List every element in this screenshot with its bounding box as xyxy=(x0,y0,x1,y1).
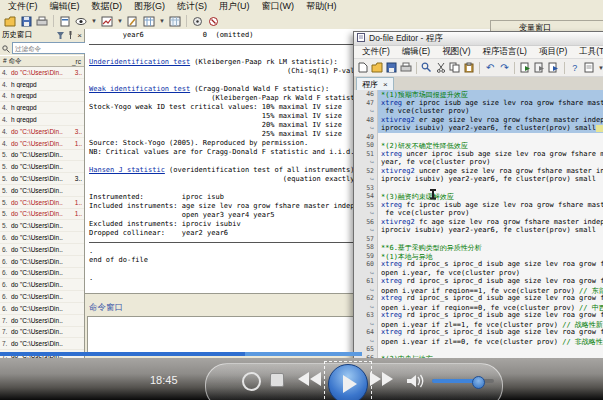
code-line: 55xtreg fc iproc isub age size lev roa g… xyxy=(354,201,603,210)
cut-icon[interactable] xyxy=(435,61,447,74)
history-row[interactable]: 5.do "C:\Users\Din..1.. xyxy=(0,197,84,209)
run-do-icon[interactable] xyxy=(519,61,531,74)
volume-slider[interactable] xyxy=(432,379,494,383)
history-row[interactable]: 6.do "C:\Users\Din.. xyxy=(0,244,84,256)
toolbar-separator xyxy=(479,62,480,74)
code-line: ↪iprociv isubiv) year2-year6, fe cluster… xyxy=(354,175,603,184)
print-icon[interactable] xyxy=(35,15,49,28)
history-row[interactable]: 6.do "C:\Users\Din.. xyxy=(0,291,84,303)
pin-icon[interactable] xyxy=(67,31,74,39)
video-seekbar[interactable] xyxy=(0,352,603,356)
history-column-headers[interactable]: # 命令 _rc xyxy=(0,55,84,67)
log-icon[interactable] xyxy=(58,15,72,28)
loop-button[interactable] xyxy=(242,372,261,391)
history-row[interactable]: 5.do "C:\Users\Din.. xyxy=(0,161,84,173)
history-row[interactable]: 7.do "C:\Users\Din.. xyxy=(0,315,84,327)
stop-button[interactable] xyxy=(270,373,284,387)
stata-menu-4[interactable]: 统计(S) xyxy=(171,0,213,14)
close-icon[interactable]: × xyxy=(77,31,82,40)
volume-button[interactable] xyxy=(406,373,426,389)
stata-menu-2[interactable]: 数据(D) xyxy=(86,0,129,14)
history-row[interactable]: 6.do "C:\Users\Din.. xyxy=(0,268,84,280)
find-icon[interactable] xyxy=(421,61,433,74)
history-row[interactable]: 5.do "C:\Users\Din.. xyxy=(0,150,84,162)
history-col-rc[interactable]: _rc xyxy=(72,58,81,65)
history-row[interactable]: 5.do "C:\Users\Din.. xyxy=(0,185,84,197)
history-row[interactable]: 6.do "C:\Users\Din.. xyxy=(0,279,84,291)
history-row[interactable]: 4.h qregpd xyxy=(0,91,84,103)
dofile-titlebar[interactable]: Do-file Editor - 程序 xyxy=(354,32,603,46)
rewind-icon xyxy=(298,372,309,386)
open-folder-icon[interactable] xyxy=(3,15,17,28)
volume-thumb[interactable] xyxy=(472,376,485,389)
new-doc-icon[interactable] xyxy=(357,61,369,74)
dofile-menu-2[interactable]: 视图(V) xyxy=(436,45,476,59)
toolbar-separator xyxy=(564,62,565,74)
paste-icon[interactable] xyxy=(463,61,475,74)
run-quietly-icon[interactable] xyxy=(534,61,546,74)
dofile-menu-3[interactable]: 程序语言(L) xyxy=(477,45,533,59)
run-include-icon[interactable] xyxy=(548,61,560,74)
history-row[interactable]: 5.do "C:\Users\Din..3.. xyxy=(0,173,84,185)
tab-close-icon[interactable]: × xyxy=(383,80,388,89)
save-icon[interactable] xyxy=(385,61,397,74)
history-row[interactable]: 5.do "C:\Users\Din..1.. xyxy=(0,209,84,221)
code-line: 48xtivreg2 er age size lev roa grow fsha… xyxy=(354,116,603,125)
output-link[interactable]: Hansen J statistic xyxy=(89,166,165,174)
break-icon[interactable] xyxy=(207,15,221,28)
more-icon[interactable] xyxy=(191,15,205,28)
output-link[interactable]: Weak identification test xyxy=(89,85,190,93)
dofile-menu-0[interactable]: 文件(F) xyxy=(356,45,396,59)
data-browser-icon[interactable] xyxy=(168,15,182,28)
stata-menu-7[interactable]: 帮助(H) xyxy=(300,0,343,14)
play-button[interactable] xyxy=(328,364,368,400)
video-player-frame: 文件(F)编辑(E)数据(D)图形(G)统计(S)用户(U)窗口(W)帮助(H)… xyxy=(0,0,603,400)
graph-dropdown-caret[interactable]: ▼ xyxy=(117,18,123,24)
stata-menu-5[interactable]: 用户(U) xyxy=(213,0,256,14)
stata-menu-3[interactable]: 图形(G) xyxy=(128,0,171,14)
code-line: ↪ fe vce(cluster prov) xyxy=(354,209,603,218)
dofile-menu-1[interactable]: 编辑(E) xyxy=(396,45,436,59)
redo-icon[interactable]: ↷ xyxy=(498,61,510,74)
dofile-menu-4[interactable]: 项目(P) xyxy=(533,45,573,59)
print-icon[interactable] xyxy=(400,61,412,74)
save-icon[interactable] xyxy=(19,15,33,28)
viewer-eye-icon[interactable] xyxy=(74,15,88,28)
history-row[interactable]: 4.do "C:\Users\Din..3.. xyxy=(0,67,84,79)
output-link[interactable]: Underidentification test xyxy=(89,58,190,66)
stata-menu-1[interactable]: 编辑(E) xyxy=(44,0,86,14)
history-row[interactable]: 4.h qregpd xyxy=(0,114,84,126)
copy-icon[interactable] xyxy=(449,61,461,74)
undo-icon[interactable]: ↶ xyxy=(484,61,496,74)
tab-do-file[interactable]: 程序 × xyxy=(356,77,394,91)
help-icon[interactable]: ? xyxy=(569,61,581,74)
history-list[interactable]: 4.do "C:\Users\Din..3..4.h qregpd4.h qre… xyxy=(0,67,84,370)
data-editor-dropdown-caret[interactable]: ▼ xyxy=(159,18,165,24)
fast-forward-button[interactable] xyxy=(370,372,393,386)
history-row[interactable]: 6.do "C:\Users\Din.. xyxy=(0,232,84,244)
preview-icon[interactable] xyxy=(583,61,595,74)
graph-icon[interactable] xyxy=(100,15,114,28)
stata-menu-6[interactable]: 窗口(W) xyxy=(256,0,301,14)
dofile-editor-icon[interactable] xyxy=(126,15,140,28)
data-editor-icon[interactable] xyxy=(142,15,156,28)
history-row[interactable]: 4.h qregpd xyxy=(0,79,84,91)
dofile-menu-5[interactable]: 工具(T) xyxy=(573,45,603,59)
history-row[interactable]: 7.do "C:\Users\Din.. xyxy=(0,327,84,339)
command-window-title: 命令窗口 xyxy=(89,302,123,314)
dofile-code-area[interactable]: 46*(1)预期市场回报提升效应47xtreg er iproc isub ag… xyxy=(354,90,603,369)
filter-icon[interactable] xyxy=(57,32,64,39)
history-col-command[interactable]: # 命令 xyxy=(3,57,21,66)
stata-menu-0[interactable]: 文件(F) xyxy=(2,0,44,14)
history-row[interactable]: 4.h qregpd xyxy=(0,102,84,114)
history-row[interactable]: 4.do "C:\Users\Din..3.. xyxy=(0,126,84,138)
toolbar-overflow-caret[interactable]: ▼ xyxy=(598,65,603,71)
history-row[interactable]: 5.do "C:\Users\Din.. xyxy=(0,220,84,232)
history-row[interactable]: 7.do "C:\Users\Din.. xyxy=(0,338,84,350)
history-row[interactable]: 6.do "C:\Users\Din.. xyxy=(0,303,84,315)
rewind-button[interactable] xyxy=(298,372,321,386)
history-row[interactable]: 6.do "C:\Users\Din.. xyxy=(0,256,84,268)
viewer-dropdown-caret[interactable]: ▼ xyxy=(91,18,97,24)
open-folder-icon[interactable] xyxy=(371,61,383,74)
history-row[interactable]: 4.do "C:\Users\Din..1.. xyxy=(0,138,84,150)
